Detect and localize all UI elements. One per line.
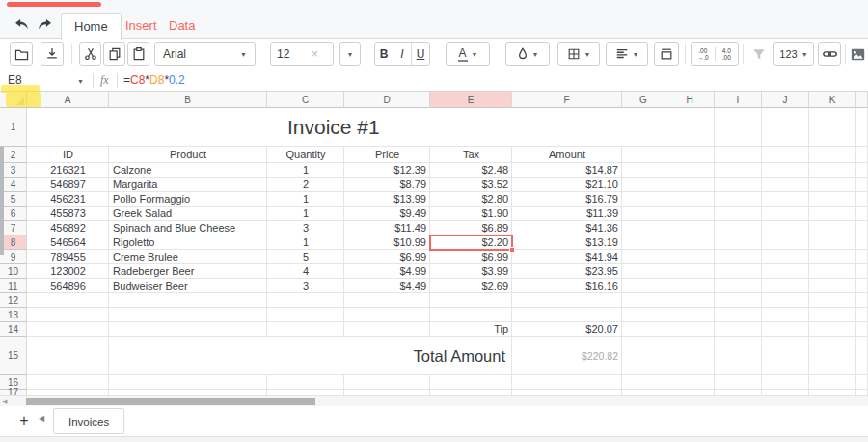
- cell-x11[interactable]: [856, 279, 868, 293]
- row-header-12[interactable]: 12: [0, 293, 27, 308]
- column-header-E[interactable]: E: [430, 92, 512, 108]
- row-header-10[interactable]: 10: [0, 264, 27, 279]
- insert-image-button[interactable]: [849, 42, 867, 66]
- cell-I2[interactable]: [715, 147, 762, 163]
- cell-I4[interactable]: [715, 178, 762, 192]
- cell-I10[interactable]: [715, 264, 762, 279]
- cell-B13[interactable]: [109, 308, 267, 322]
- cell-x1[interactable]: [856, 108, 868, 147]
- insert-link-button[interactable]: [818, 42, 841, 66]
- cell-H2[interactable]: [665, 147, 715, 163]
- cell-E16[interactable]: [430, 375, 512, 390]
- column-header-G[interactable]: G: [622, 92, 665, 108]
- cell-G16[interactable]: [622, 375, 665, 390]
- cell-x4[interactable]: [856, 178, 868, 192]
- vertical-scrollbar-fragment[interactable]: [0, 147, 4, 255]
- cell-G8[interactable]: [622, 235, 665, 250]
- cell-H15[interactable]: [665, 337, 715, 375]
- cell-K10[interactable]: [809, 264, 856, 279]
- cell-K5[interactable]: [809, 192, 856, 207]
- cell-E12[interactable]: [430, 293, 512, 308]
- cell-H8[interactable]: [665, 235, 715, 250]
- font-family-select[interactable]: Arial ▼: [154, 42, 256, 66]
- cell-G5[interactable]: [622, 192, 665, 207]
- horizontal-scrollbar-thumb[interactable]: [26, 398, 315, 405]
- cut-button[interactable]: [79, 42, 101, 66]
- cell-D13[interactable]: [344, 308, 430, 322]
- cell-x2[interactable]: [856, 147, 868, 163]
- cell-H16[interactable]: [665, 375, 715, 390]
- cell-G1[interactable]: [622, 108, 665, 147]
- cell-G15[interactable]: [622, 337, 665, 375]
- cell-J9[interactable]: [762, 250, 809, 264]
- cell-x12[interactable]: [856, 293, 868, 308]
- cell-x8[interactable]: [856, 235, 868, 250]
- cell-K13[interactable]: [809, 308, 856, 322]
- cell-A15[interactable]: [27, 337, 109, 375]
- cell-x6[interactable]: [856, 207, 868, 221]
- cell-H7[interactable]: [665, 221, 715, 235]
- cell-G10[interactable]: [622, 264, 665, 279]
- bold-button[interactable]: B: [375, 43, 393, 65]
- row-header-4[interactable]: 4: [0, 178, 27, 192]
- cell-C12[interactable]: [267, 293, 344, 308]
- cell-A16[interactable]: [27, 375, 109, 390]
- row-header-6[interactable]: 6: [0, 207, 27, 221]
- cell-I13[interactable]: [715, 308, 762, 322]
- cell-D14[interactable]: [344, 322, 430, 337]
- cell-J5[interactable]: [762, 192, 809, 207]
- column-header-C[interactable]: C: [267, 92, 344, 108]
- cell-G11[interactable]: [622, 279, 665, 293]
- text-color-button[interactable]: A ▼: [446, 42, 490, 66]
- cell-H4[interactable]: [665, 178, 715, 192]
- cell-x15[interactable]: [856, 337, 868, 375]
- cell-J14[interactable]: [762, 322, 809, 337]
- cell-F13[interactable]: [512, 308, 622, 322]
- underline-button[interactable]: U: [412, 43, 429, 65]
- row-header-14[interactable]: 14: [0, 322, 27, 337]
- fill-color-button[interactable]: ▼: [505, 42, 550, 66]
- cell-K6[interactable]: [809, 207, 856, 221]
- cell-I11[interactable]: [715, 279, 762, 293]
- paste-button[interactable]: [127, 42, 149, 66]
- cell-J16[interactable]: [762, 375, 809, 390]
- column-header-I[interactable]: I: [715, 92, 762, 108]
- cell-K2[interactable]: [809, 147, 856, 163]
- cell-A12[interactable]: [27, 293, 109, 308]
- cell-F12[interactable]: [512, 293, 622, 308]
- cell-H14[interactable]: [665, 322, 715, 337]
- cell-I8[interactable]: [715, 235, 762, 250]
- row-header-1[interactable]: 1: [0, 108, 27, 147]
- tab-home[interactable]: Home: [61, 13, 122, 40]
- column-header-F[interactable]: F: [512, 92, 622, 108]
- cell-I6[interactable]: [715, 207, 762, 221]
- cell-x5[interactable]: [856, 192, 868, 207]
- align-button[interactable]: ▼: [606, 42, 648, 66]
- cell-H12[interactable]: [665, 293, 715, 308]
- cell-C16[interactable]: [267, 375, 344, 390]
- cell-K11[interactable]: [809, 279, 856, 293]
- cell-G7[interactable]: [622, 221, 665, 235]
- cell-G4[interactable]: [622, 178, 665, 192]
- column-header-H[interactable]: H: [665, 92, 715, 108]
- cell-K15[interactable]: [809, 337, 856, 375]
- cell-G9[interactable]: [622, 250, 665, 264]
- cell-x10[interactable]: [856, 264, 868, 279]
- column-header-K[interactable]: K: [809, 92, 856, 108]
- column-header-J[interactable]: J: [762, 92, 809, 108]
- cell-I9[interactable]: [715, 250, 762, 264]
- cell-G13[interactable]: [622, 308, 665, 322]
- cell-B14[interactable]: [109, 322, 267, 337]
- cell-J8[interactable]: [762, 235, 809, 250]
- row-header-5[interactable]: 5: [0, 192, 27, 207]
- cell-I16[interactable]: [715, 375, 762, 390]
- open-file-button[interactable]: [10, 42, 33, 66]
- horizontal-scrollbar[interactable]: ◀: [0, 395, 868, 406]
- cell-I7[interactable]: [715, 221, 762, 235]
- cell-J13[interactable]: [762, 308, 809, 322]
- name-box-caret[interactable]: ▼: [77, 73, 84, 87]
- font-size-box[interactable]: ×: [270, 42, 334, 66]
- cell-D16[interactable]: [344, 375, 430, 390]
- cell-B12[interactable]: [109, 293, 267, 308]
- cell-K1[interactable]: [809, 108, 856, 147]
